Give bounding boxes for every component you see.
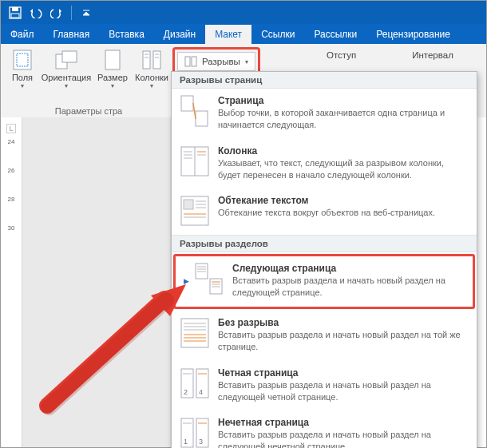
break-page-desc: Выбор точки, в которой заканчивается одн… xyxy=(218,107,469,131)
break-evenpage-desc: Вставить разрыв раздела и начать новый р… xyxy=(218,379,469,403)
continuous-break-icon xyxy=(180,317,210,349)
svg-rect-1 xyxy=(12,7,18,11)
save-icon[interactable] xyxy=(6,3,25,22)
break-textwrap-desc: Обтекание текста вокруг объектов на веб-… xyxy=(218,207,469,219)
page-break-icon xyxy=(180,95,210,127)
break-oddpage-title: Нечетная страница xyxy=(218,417,469,428)
textwrap-break-icon xyxy=(180,195,210,227)
undo-icon[interactable] xyxy=(26,3,46,22)
break-page[interactable]: Страница Выбор точки, в которой заканчив… xyxy=(172,89,477,139)
break-evenpage-title: Четная страница xyxy=(218,367,469,379)
orientation-label: Ориентация xyxy=(42,73,91,82)
break-nextpage-title: Следующая страница xyxy=(232,263,465,274)
break-textwrap-title: Обтекание текстом xyxy=(218,195,469,206)
svg-text:2: 2 xyxy=(184,388,188,396)
vertical-ruler: L 24 26 28 30 xyxy=(1,117,22,447)
break-nextpage[interactable]: ▶ Следующая страница Вставить разрыв раз… xyxy=(173,254,475,309)
tab-insert[interactable]: Вставка xyxy=(99,25,154,44)
break-textwrap[interactable]: Обтекание текстом Обтекание текста вокру… xyxy=(172,188,477,235)
svg-rect-40 xyxy=(181,319,208,347)
break-continuous-title: Без разрыва xyxy=(218,317,469,328)
svg-rect-14 xyxy=(185,57,190,66)
oddpage-break-icon: 13 xyxy=(180,417,210,448)
document-background xyxy=(22,117,171,447)
tab-review[interactable]: Рецензирование xyxy=(366,25,460,44)
svg-text:1: 1 xyxy=(184,438,188,446)
svg-rect-7 xyxy=(105,50,120,69)
tab-file[interactable]: Файл xyxy=(1,25,44,44)
ruler-mark: 26 xyxy=(8,167,15,196)
break-page-title: Страница xyxy=(218,95,469,106)
selection-caret-icon: ▶ xyxy=(184,277,189,285)
svg-rect-8 xyxy=(143,51,150,69)
svg-text:3: 3 xyxy=(199,438,203,446)
group-page-setup: Поля▾ Ориентация▾ Размер▾ Колонки▾ Парам… xyxy=(1,44,176,117)
ruler-corner: L xyxy=(6,124,15,133)
break-column-title: Колонка xyxy=(218,145,469,157)
columns-label: Колонки xyxy=(135,73,168,82)
tab-references[interactable]: Ссылки xyxy=(251,25,304,44)
svg-rect-16 xyxy=(181,96,193,111)
ruler-mark: 28 xyxy=(8,196,15,224)
svg-rect-15 xyxy=(192,57,196,66)
breaks-dropdown: Разрывы страниц Страница Выбор точки, в … xyxy=(171,71,477,448)
ribbon-tabs: Файл Главная Вставка Дизайн Макет Ссылки… xyxy=(1,24,486,44)
break-column[interactable]: Колонка Указывает, что текст, следующий … xyxy=(172,139,477,189)
page-setup-group-label: Параметры стра xyxy=(6,106,172,116)
margins-button[interactable]: Поля▾ xyxy=(6,47,39,101)
tab-design[interactable]: Дизайн xyxy=(154,25,205,44)
column-break-icon xyxy=(180,145,210,177)
tab-home[interactable]: Главная xyxy=(44,25,100,44)
svg-text:4: 4 xyxy=(199,388,203,396)
size-label: Размер xyxy=(97,73,128,82)
svg-rect-17 xyxy=(196,111,208,126)
svg-rect-26 xyxy=(184,200,193,209)
break-column-desc: Указывает, что текст, следующий за разры… xyxy=(218,157,469,181)
nextpage-break-icon xyxy=(194,263,224,295)
breaks-label: Разрывы xyxy=(202,57,240,66)
orientation-button[interactable]: Ориентация▾ xyxy=(39,47,93,101)
tab-layout[interactable]: Макет xyxy=(205,25,251,44)
breaks-button[interactable]: Разрывы ▾ xyxy=(177,52,255,71)
break-oddpage-desc: Вставить разрыв раздела и начать новый р… xyxy=(218,429,469,448)
redo-icon[interactable] xyxy=(47,3,66,22)
break-continuous[interactable]: Без разрыва Вставить разрыв раздела и на… xyxy=(172,311,477,361)
ruler-mark: 24 xyxy=(8,138,15,167)
tab-mailings[interactable]: Рассылки xyxy=(304,25,366,44)
size-button[interactable]: Размер▾ xyxy=(93,47,132,101)
svg-rect-9 xyxy=(153,51,160,69)
breaks-icon xyxy=(184,56,197,67)
break-oddpage[interactable]: 13 Нечетная страница Вставить разрыв раз… xyxy=(172,410,477,448)
page-breaks-header: Разрывы страниц xyxy=(172,72,477,89)
customize-qat-icon[interactable] xyxy=(77,3,96,22)
ruler-mark: 30 xyxy=(8,224,15,253)
margins-label: Поля xyxy=(12,73,33,82)
evenpage-break-icon: 24 xyxy=(180,367,210,399)
quick-access-toolbar xyxy=(1,1,486,24)
break-continuous-desc: Вставить разрыв раздела и начать новый р… xyxy=(218,329,469,353)
svg-rect-6 xyxy=(62,51,77,62)
break-evenpage[interactable]: 24 Четная страница Вставить разрыв разде… xyxy=(172,361,477,411)
svg-rect-2 xyxy=(11,14,19,18)
section-breaks-header: Разрывы разделов xyxy=(172,235,477,252)
break-nextpage-desc: Вставить разрыв раздела и начать новый р… xyxy=(232,275,465,299)
columns-button[interactable]: Колонки▾ xyxy=(132,47,172,101)
chevron-down-icon: ▾ xyxy=(245,58,248,65)
